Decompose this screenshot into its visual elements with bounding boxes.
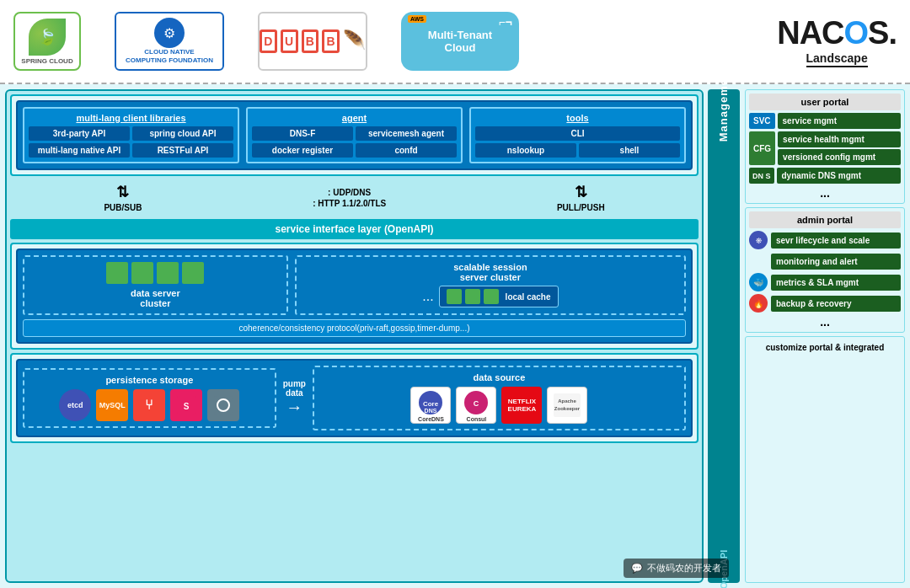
main-content: multi-lang client libraries 3rd-party AP… [0, 84, 910, 588]
monitoring-spacer [749, 252, 768, 270]
session-label: scalable sessionserver cluster [453, 262, 527, 282]
svg-text:S: S [184, 402, 190, 411]
udp-dns-label: : UDP/DNS [328, 188, 371, 197]
data-server-label: data servercluster [131, 288, 180, 308]
wechat-watermark: 💬 不做码农的开发者 [624, 559, 729, 578]
data-server-cluster: data servercluster [23, 255, 288, 315]
cncf-logo: ⚙ CLOUD NATIVE COMPUTING FOUNDATION [115, 12, 224, 71]
middle-top: data servercluster scalable sessionserve… [23, 255, 686, 315]
pump-data-arrow: pumpdata → [283, 379, 306, 417]
spring-leaf-icon: 🍃 [29, 19, 66, 56]
kubernetes-icon: ⎈ [749, 231, 768, 249]
client-libraries-box: multi-lang client libraries 3rd-party AP… [23, 107, 239, 163]
mssql-icon: S [170, 389, 202, 421]
top-section: multi-lang client libraries 3rd-party AP… [16, 100, 693, 170]
sevr-lifecycle-item: sevr lifecycle and scale [771, 233, 901, 249]
item-multilang-native: multi-lang native API [29, 143, 130, 158]
customize-portal-section: customize portal & integrated [745, 336, 905, 583]
aws-title: Multi-Tenant [428, 29, 492, 41]
tools-grid: CLI nslookup shell [475, 126, 680, 158]
pump-arrow-icon: → [286, 398, 302, 417]
user-portal-dots: ... [749, 186, 901, 200]
zookeeper-icon: ApacheZookeeper [547, 387, 587, 424]
git-icon: ⑂ [133, 389, 165, 421]
client-libraries-grid: 3rd-party API spring cloud API multi-lan… [29, 126, 233, 158]
middle-section: data servercluster scalable sessionserve… [16, 249, 693, 344]
item-spring-cloud-api: spring cloud API [132, 126, 233, 141]
scalable-session-cluster: scalable sessionserver cluster ... local… [295, 255, 686, 315]
data-source: data source CoreDNS CoreDNS C Consul [313, 366, 686, 430]
storage-section: persistence storage etcd MySQL ⑂ S [10, 353, 699, 443]
aws-brackets-icon: ⌐¬ [499, 15, 512, 29]
coredns-icon: CoreDNS CoreDNS [410, 387, 451, 424]
dns-label: DN S [749, 168, 774, 184]
svc-row: SVC service mgmt [749, 113, 901, 129]
server-box-3 [157, 262, 179, 284]
admin-portal-box: admin portal [749, 211, 901, 228]
user-portal-section: user portal SVC service mgmt CFG service… [745, 89, 905, 204]
versioned-config-item: versioned config mgmt [778, 149, 901, 165]
kafka-icon: 🔥 [749, 294, 768, 313]
aws-logo: AWS ⌐¬ Multi-Tenant Cloud [401, 12, 519, 71]
datasource-label: data source [474, 372, 526, 382]
persistence-label: persistence storage [105, 375, 193, 385]
datasource-icons-row: CoreDNS CoreDNS C Consul NETFLIXEUREKA [410, 387, 587, 424]
item-nslookup: nslookup [475, 143, 576, 158]
backup-recovery-item: backup & recovery [771, 296, 901, 312]
tools-title: tools [475, 113, 680, 123]
item-servicemesh-agent: servicemesh agent [356, 126, 457, 141]
management-column: Management OpenAPI [708, 89, 740, 583]
server-box-4 [182, 262, 204, 284]
dns-items: dynamic DNS mgmt [777, 168, 901, 184]
cfg-row: CFG service health mgmt versioned config… [749, 131, 901, 165]
wechat-icon: 💬 [631, 563, 643, 574]
wechat-label: 不做码农的开发者 [647, 562, 721, 575]
management-label: Management [718, 67, 731, 142]
svc-label: SVC [749, 113, 775, 129]
admin-metrics-row: 🐳 metrics & SLA mgmt [749, 273, 901, 291]
client-libraries-title: multi-lang client libraries [29, 113, 233, 123]
etcd-icon: etcd [59, 389, 91, 421]
item-shell: shell [579, 143, 680, 158]
storage-icons-row: etcd MySQL ⑂ S [59, 389, 239, 421]
spring-cloud-logo: 🍃 SPRING CLOUD [13, 12, 81, 71]
docker-icon: 🐳 [749, 273, 768, 291]
agent-box: agent DNS-F servicemesh agent docker reg… [246, 107, 463, 163]
session-icons-row: ... local cache [302, 286, 679, 307]
tools-box: tools CLI nslookup shell [469, 107, 686, 163]
item-cli: CLI [475, 126, 680, 141]
session-dots: ... [422, 289, 433, 304]
server-box-2 [131, 262, 153, 284]
pullpush-label: PULL/PUSH [557, 203, 605, 212]
admin-lifecycle-row: ⎈ sevr lifecycle and scale [749, 231, 901, 249]
nacos-brand: NACOS. [777, 15, 897, 51]
service-mgmt-item: service mgmt [778, 113, 901, 129]
item-docker-register: docker register [252, 143, 353, 158]
local-cache-label: local cache [506, 292, 551, 302]
storage-icon-5 [207, 389, 239, 421]
cache-box-2 [465, 289, 480, 304]
pubsub-arrow-icon: ⇅ [116, 183, 129, 201]
metrics-sla-item: metrics & SLA mgmt [771, 275, 901, 291]
cncf-helm-icon: ⚙ [154, 18, 185, 48]
local-cache: local cache [439, 286, 559, 307]
nacos-logo: NACOS. Landscape [777, 15, 897, 67]
svg-text:Zookeeper: Zookeeper [554, 406, 581, 411]
http-protocol: : UDP/DNS : HTTP 1.1/2.0/TLS [313, 188, 386, 208]
architecture-diagram: multi-lang client libraries 3rd-party AP… [5, 89, 704, 583]
cache-box-3 [484, 289, 499, 304]
agent-title: agent [252, 113, 457, 123]
data-server-section: data servercluster scalable sessionserve… [10, 243, 699, 350]
user-portal-box: user portal [749, 94, 901, 110]
agent-grid: DNS-F servicemesh agent docker register … [252, 126, 457, 158]
right-panel: user portal SVC service mgmt CFG service… [745, 89, 905, 583]
persistence-storage: persistence storage etcd MySQL ⑂ S [23, 368, 276, 428]
dynamic-dns-item: dynamic DNS mgmt [777, 168, 901, 184]
pullpush-protocol: ⇅ PULL/PUSH [557, 183, 605, 212]
spring-cloud-label: SPRING CLOUD [21, 57, 72, 65]
service-health-mgmt-item: service health mgmt [778, 131, 901, 147]
header: 🍃 SPRING CLOUD ⚙ CLOUD NATIVE COMPUTING … [0, 0, 910, 84]
svg-rect-9 [554, 393, 581, 417]
pullpush-arrow-icon: ⇅ [575, 183, 587, 201]
item-restful-api: RESTFul API [132, 143, 233, 158]
